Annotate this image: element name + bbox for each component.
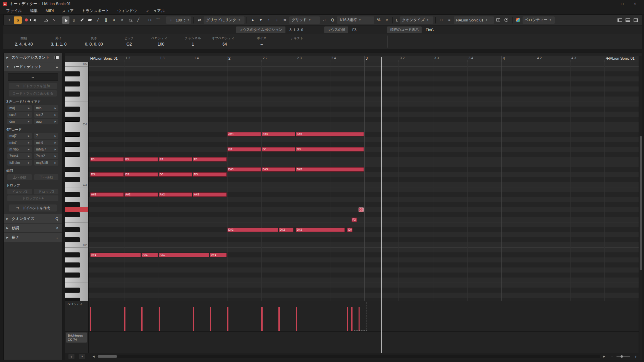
create-chord-event-button[interactable]: コードイベントを作成 (9, 204, 57, 212)
insert-velocity-stepper[interactable]: ▴▾ (184, 18, 185, 22)
record-button[interactable] (22, 16, 30, 24)
snapshot-button[interactable] (42, 16, 50, 24)
curve-button[interactable]: ⌒ (154, 16, 162, 24)
tool-glue-button[interactable]: ∪ (110, 16, 118, 24)
velocity-bar[interactable] (141, 307, 143, 331)
horizontal-scrollbar-track[interactable] (97, 355, 600, 358)
midi-note-f3[interactable]: F3 (124, 157, 158, 162)
acoustic-feedback-button[interactable] (31, 16, 38, 24)
info-field-value[interactable]: 3. 1. 1. 0 (40, 42, 77, 47)
chord-button-min[interactable]: min.▶ (34, 105, 59, 111)
black-key[interactable] (65, 273, 80, 278)
midi-note-as1[interactable]: A#1 (90, 253, 141, 257)
midi-note-ds3[interactable]: D#3 (227, 167, 261, 172)
black-key[interactable] (65, 298, 80, 301)
event-colors-button[interactable] (515, 16, 522, 24)
tool-line-button[interactable]: ╱ (135, 16, 142, 24)
menu-item-edit[interactable]: 編集 (26, 8, 42, 13)
midi-note-as3[interactable]: A#3 (296, 132, 364, 136)
info-field-value[interactable]: – (243, 42, 280, 47)
black-key[interactable] (65, 81, 80, 86)
menu-item-file[interactable]: ファイル (2, 8, 26, 13)
velocity-bar[interactable] (278, 307, 280, 331)
grid-relative-button[interactable]: -+ (321, 16, 328, 24)
zoom-out-button[interactable]: − (609, 354, 615, 359)
insert-velocity-control[interactable]: ↓100▴▾▾ (166, 16, 191, 24)
velocity-bar[interactable] (296, 307, 297, 331)
maximize-button[interactable]: □ (616, 1, 629, 6)
move-down-button[interactable]: ↓ (273, 16, 280, 24)
zoom-in-button[interactable]: + (633, 354, 639, 359)
tool-split-button[interactable]: ][ (102, 16, 110, 24)
step-input-button[interactable]: ⊗ (281, 16, 288, 24)
right-zone-toggle-button[interactable] (632, 16, 640, 24)
black-key[interactable] (65, 202, 80, 207)
add-controller-lane-button[interactable]: + (68, 354, 74, 359)
velocity-bar[interactable] (124, 307, 125, 331)
transpose-down-button[interactable]: ▼ (257, 16, 264, 24)
note-grid[interactable]: A#3A#3A#3G3G3G3F3F3F3F3D#3D#3D#3D3D3D3D3… (89, 62, 639, 301)
quantize-button[interactable]: Q (329, 16, 336, 24)
midi-note-ds[interactable]: D# (347, 228, 352, 232)
highlighted-key-g2[interactable] (65, 207, 88, 212)
tool-draw-button[interactable] (78, 16, 86, 24)
midi-note-f2[interactable]: F2 (352, 218, 357, 222)
vertical-scrollbar-thumb[interactable] (640, 136, 642, 270)
velocity-bar[interactable] (193, 307, 194, 331)
velocity-lane[interactable] (89, 301, 639, 331)
velocity-bar[interactable] (347, 307, 348, 331)
tool-range-button[interactable]: ▯ (70, 16, 77, 24)
midi-note-d3[interactable]: D3 (159, 172, 192, 177)
midi-note-as3[interactable]: A#3 (227, 132, 261, 136)
info-field-value[interactable]: 2. 4. 4. 40 (5, 42, 42, 47)
tool-select-button[interactable] (62, 16, 69, 24)
midi-note-as3[interactable]: A#3 (262, 132, 295, 136)
black-key[interactable] (65, 262, 80, 267)
left-zone-toggle-button[interactable] (616, 16, 624, 24)
velocity-bar[interactable] (261, 307, 263, 331)
chord-button-maj75[interactable]: maj7/#5▶ (34, 160, 59, 166)
tool-zoom-button[interactable] (126, 16, 134, 24)
zoom-slider-track[interactable] (616, 356, 630, 357)
black-key[interactable] (65, 212, 80, 217)
black-key[interactable] (65, 167, 80, 172)
chord-button-7sus2[interactable]: 7sus2▶ (34, 153, 59, 159)
piano-keyboard[interactable]: C5C4C3C2 (65, 62, 89, 301)
black-key[interactable] (65, 252, 80, 257)
snap-button[interactable]: ⇄ (196, 16, 203, 24)
velocity-bar[interactable] (351, 307, 353, 331)
section-header-scale-assistant[interactable]: ▶スケールアシスタント (4, 53, 62, 62)
tool-trim-button[interactable]: ╱ (94, 16, 102, 24)
black-key[interactable] (65, 92, 80, 97)
quantize-panel-button[interactable]: e (383, 16, 390, 24)
chord-button-dim[interactable]: dim▶ (7, 119, 32, 124)
info-field-value[interactable]: 0. 0. 0. 80 (75, 42, 112, 47)
chord-button-min7[interactable]: min7▶ (7, 140, 32, 145)
controller-lane-menu-button[interactable]: ▼ (79, 354, 85, 359)
tool-mute-button[interactable]: × (118, 16, 126, 24)
vertical-scrollbar[interactable] (639, 56, 642, 353)
velocity-bar[interactable] (159, 307, 160, 331)
black-key[interactable] (65, 177, 80, 182)
midi-note-f3[interactable]: F3 (159, 157, 192, 162)
velocity-bar[interactable] (227, 307, 228, 331)
section-header-quantize[interactable]: ▶クオンタイズQ (4, 214, 62, 223)
black-key[interactable] (65, 132, 80, 137)
grid-type-dropdown[interactable]: グリッド▾ (289, 16, 320, 24)
black-key[interactable] (65, 142, 80, 147)
velocity-bar[interactable] (210, 307, 211, 331)
black-key[interactable] (65, 107, 80, 112)
part-dropdown[interactable]: HALion Sonic 01▾ (454, 16, 494, 24)
section-header-transpose[interactable]: ▶移調♫ (4, 224, 62, 232)
cc-lane[interactable] (89, 331, 639, 353)
menu-item-window[interactable]: ウィンドウ (113, 8, 141, 13)
chord-button-min6[interactable]: min6▶ (34, 140, 59, 145)
info-field-value[interactable]: G2 (111, 42, 148, 47)
scroll-right-button[interactable]: ▶ (601, 354, 607, 359)
chord-button-maj[interactable]: maj▶ (7, 105, 32, 111)
edit-active-part-button[interactable]: ≡ (446, 16, 453, 24)
black-key[interactable] (65, 192, 80, 197)
note-expression-button[interactable]: ∿ (50, 16, 58, 24)
tool-erase-button[interactable] (86, 16, 94, 24)
menu-item-score[interactable]: スコア (58, 8, 77, 13)
